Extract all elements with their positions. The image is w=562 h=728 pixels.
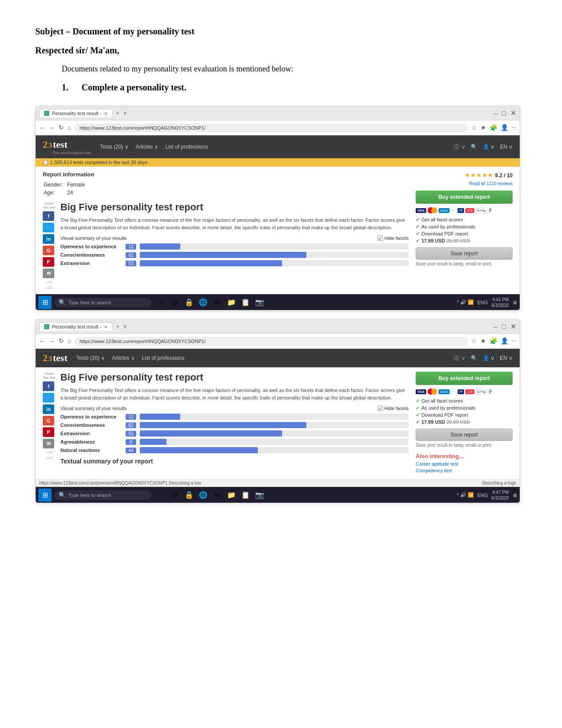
bookmark-icon-1[interactable]: ☆ — [471, 124, 477, 131]
maximize-icon-2[interactable]: □ — [502, 323, 506, 331]
browser-tab-1-close-icon[interactable]: ✕ — [104, 111, 108, 116]
browser-titlebar-right-2: – □ ✕ — [494, 322, 516, 331]
nav-info-icon-2[interactable]: ⓘ ∨ — [454, 355, 465, 362]
home-button-1[interactable]: ⌂ — [67, 124, 71, 131]
pinterest-share-btn[interactable]: P — [43, 257, 54, 267]
new-tab-button-2[interactable]: + — [116, 323, 119, 330]
email-share-btn[interactable]: ✉ — [43, 269, 54, 278]
twitter-share-btn-2[interactable]: 🐦 — [43, 393, 54, 403]
refresh-button-1[interactable]: ↻ — [59, 124, 64, 131]
maximize-icon-1[interactable]: □ — [502, 109, 506, 117]
refresh-button-2[interactable]: ↻ — [59, 337, 64, 345]
link-share-btn-2[interactable]: Link — [43, 450, 56, 454]
nav-info-icon-1[interactable]: ⓘ ∨ — [454, 143, 465, 151]
taskbar-app-browser-2[interactable]: 🌐 — [197, 489, 209, 501]
linkedin-share-btn[interactable]: in — [43, 234, 54, 244]
favorites-icon-2[interactable]: ★ — [480, 337, 486, 345]
nav-articles-1[interactable]: Articles ∨ — [136, 144, 159, 150]
home-button-2[interactable]: ⌂ — [67, 338, 71, 345]
rating-link-1[interactable]: Read all 1110 reviews — [469, 181, 513, 186]
nav-tests-1[interactable]: Tests (20) ∨ — [100, 144, 128, 150]
nav-tests-2[interactable]: Tests (20) ∨ — [76, 355, 105, 361]
taskbar-app-cortana[interactable]: ○ — [155, 296, 167, 309]
facebook-share-btn-2[interactable]: f — [43, 381, 54, 391]
nav-professions-1[interactable]: List of professions — [165, 144, 208, 150]
forward-button-2[interactable]: → — [49, 338, 55, 345]
nav-professions-2[interactable]: List of professions — [142, 355, 185, 361]
taskbar-app-taskview[interactable]: ⊟ — [169, 296, 181, 309]
visa-icon-1: VISA — [416, 208, 426, 213]
forward-button-1[interactable]: → — [49, 124, 55, 131]
googleplus-share-btn-2[interactable]: G — [43, 416, 54, 426]
also-item-career[interactable]: Career aptitude test — [416, 461, 513, 467]
menu-icon-1[interactable]: ··· — [512, 124, 517, 131]
taskbar-app-mail[interactable]: ✉ — [211, 296, 223, 309]
extensions-icon-2[interactable]: 🧩 — [490, 337, 497, 345]
nav-user-icon-2[interactable]: 👤 ∨ — [483, 355, 495, 361]
browser-tab-2-close-icon[interactable]: ✕ — [104, 325, 108, 329]
nav-user-icon-1[interactable]: 👤 ∨ — [483, 144, 495, 150]
tab-chevron-icon-2[interactable]: ∨ — [123, 323, 127, 330]
nav-articles-2[interactable]: Articles ∨ — [112, 355, 135, 361]
browser-tab-2[interactable]: Personality test result - ✕ — [39, 322, 112, 331]
notification-icon-1[interactable]: 🖥 — [512, 300, 517, 305]
hide-facets-checkbox-2[interactable]: ✓ — [378, 406, 383, 411]
taskbar-app-app1-2[interactable]: 📋 — [239, 489, 252, 501]
bookmark-icon-2[interactable]: ☆ — [471, 337, 477, 345]
notification-icon-2[interactable]: 🖥 — [512, 493, 517, 498]
profile-icon-1[interactable]: 👤 — [501, 124, 508, 131]
email-share-btn-2[interactable]: ✉ — [43, 439, 54, 448]
taskbar-app-mail-2[interactable]: ✉ — [211, 489, 223, 501]
nav-search-icon-2[interactable]: 🔍 — [471, 355, 477, 361]
buy-extended-btn-1[interactable]: Buy extended report — [416, 190, 513, 204]
minimize-icon-2[interactable]: – — [494, 323, 497, 331]
taskbar-search-2[interactable]: 🔍 Type here to search — [54, 490, 151, 500]
taskbar-app-cortana-2[interactable]: ○ — [155, 489, 167, 501]
address-bar-1[interactable]: https://www.123test.com/report/iINQQAGON… — [74, 124, 467, 132]
taskbar-app-taskview-2[interactable]: ⊟ — [169, 489, 181, 501]
close-icon-2[interactable]: ✕ — [510, 322, 516, 331]
back-button-1[interactable]: ← — [39, 124, 45, 131]
close-icon-1[interactable]: ✕ — [510, 109, 516, 117]
benefits-list-2: ✔Get all facet scores ✔As used by profes… — [416, 398, 513, 425]
taskbar-search-1[interactable]: 🔍 Type here to search — [54, 298, 151, 307]
googleplus-share-btn[interactable]: G — [43, 246, 54, 255]
nav-search-icon-1[interactable]: 🔍 — [471, 144, 477, 150]
hide-facets-2[interactable]: ✓ Hide facets — [378, 406, 409, 411]
save-report-btn-2[interactable]: Save report — [416, 429, 513, 441]
start-button-2[interactable]: ⊞ — [38, 489, 52, 502]
taskbar-app-folder[interactable]: 📁 — [225, 296, 238, 309]
taskbar-app-folder-2[interactable]: 📁 — [225, 489, 238, 501]
back-button-2[interactable]: ← — [39, 338, 45, 345]
tab-chevron-icon-1[interactable]: ∨ — [123, 110, 127, 116]
embed-share-btn-2[interactable]: 1221 — [43, 456, 56, 460]
taskbar-app-app2[interactable]: 📷 — [253, 296, 266, 309]
nav-lang-2[interactable]: EN ∨ — [500, 355, 513, 361]
twitter-share-btn[interactable]: 🐦 — [43, 223, 54, 232]
minimize-icon-1[interactable]: – — [494, 109, 497, 117]
new-tab-button-1[interactable]: + — [116, 110, 119, 117]
linkedin-share-btn-2[interactable]: in — [43, 404, 54, 414]
address-bar-2[interactable]: https://www.123test.com/report/iINQQAGON… — [74, 337, 467, 345]
extensions-icon-1[interactable]: 🧩 — [490, 124, 497, 131]
browser-tab-1[interactable]: Personality test result - ✕ — [39, 109, 112, 117]
embed-share-btn[interactable]: 1221 — [43, 286, 56, 290]
taskbar-app-browser[interactable]: 🌐 — [197, 296, 209, 309]
link-share-btn[interactable]: Link — [43, 280, 56, 284]
favorites-icon-1[interactable]: ★ — [480, 124, 486, 131]
taskbar-app-lock-2[interactable]: 🔒 — [183, 489, 195, 501]
taskbar-app-app2-2[interactable]: 📷 — [253, 489, 266, 501]
pinterest-share-btn-2[interactable]: P — [43, 427, 54, 437]
also-item-competency[interactable]: Competency test — [416, 468, 513, 473]
facebook-share-btn[interactable]: f — [43, 211, 54, 221]
save-report-btn-1[interactable]: Save report — [416, 247, 513, 260]
hide-facets-1[interactable]: ✓ Hide facets — [378, 235, 409, 241]
start-button-1[interactable]: ⊞ — [38, 296, 52, 309]
taskbar-app-app1[interactable]: 📋 — [239, 296, 252, 309]
hide-facets-checkbox-1[interactable]: ✓ — [378, 235, 383, 241]
buy-extended-btn-2[interactable]: Buy extended report — [416, 372, 513, 385]
profile-icon-2[interactable]: 👤 — [501, 337, 508, 345]
menu-icon-2[interactable]: ··· — [512, 338, 517, 345]
taskbar-app-lock[interactable]: 🔒 — [183, 296, 195, 309]
nav-lang-1[interactable]: EN ∨ — [500, 144, 513, 150]
